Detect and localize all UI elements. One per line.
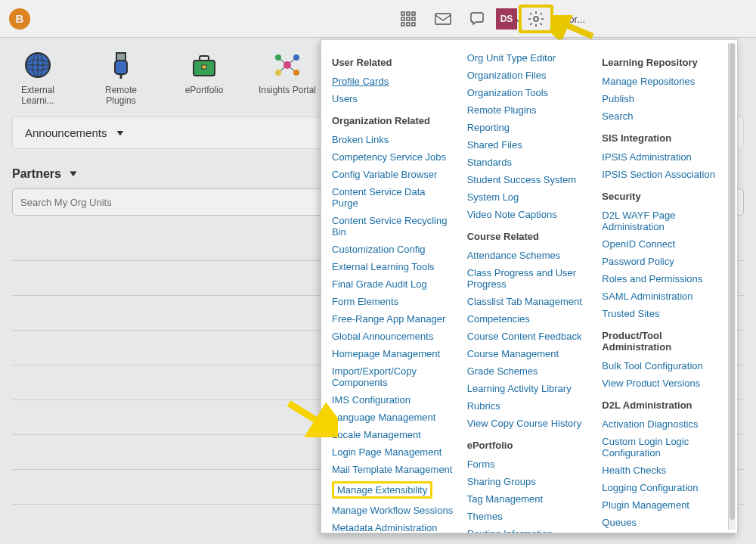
admin-link[interactable]: Global Announcements bbox=[332, 328, 454, 345]
admin-link[interactable]: Video Note Captions bbox=[467, 206, 589, 223]
tool-label: External Learni... bbox=[8, 85, 68, 106]
admin-link[interactable]: Shared Files bbox=[467, 136, 589, 154]
admin-link[interactable]: Final Grade Audit Log bbox=[332, 275, 454, 293]
admin-link[interactable]: Class Progress and User Progress bbox=[467, 264, 589, 293]
admin-link[interactable]: Broken Links bbox=[332, 131, 454, 148]
admin-link[interactable]: Attendance Schemes bbox=[467, 247, 589, 264]
admin-link[interactable]: Recurring Tasks bbox=[602, 531, 723, 533]
admin-link[interactable]: Rubrics bbox=[467, 397, 589, 415]
admin-link[interactable]: Custom Login Logic Configuration bbox=[602, 433, 723, 462]
admin-link[interactable]: Locale Management bbox=[332, 426, 454, 443]
svg-rect-9 bbox=[435, 14, 451, 24]
admin-link[interactable]: Student Success System bbox=[467, 171, 589, 188]
tool-external-learning[interactable]: External Learni... bbox=[8, 50, 68, 106]
apps-icon[interactable] bbox=[399, 10, 417, 28]
admin-link[interactable]: Roles and Permissions bbox=[602, 270, 723, 288]
top-header: B DS D2L Suppor... bbox=[0, 0, 756, 38]
dropdown-column: User RelatedProfile CardsUsersOrganizati… bbox=[332, 49, 454, 524]
admin-link[interactable]: Manage Repositories bbox=[602, 73, 723, 90]
svg-rect-1 bbox=[407, 12, 410, 15]
admin-link[interactable]: Manage Workflow Sessions bbox=[332, 502, 454, 519]
admin-link[interactable]: IMS Configuration bbox=[332, 391, 454, 409]
admin-link[interactable]: External Learning Tools bbox=[332, 258, 454, 275]
dropdown-column: Learning RepositoryManage RepositoriesPu… bbox=[602, 49, 723, 524]
admin-link[interactable]: Bulk Tool Configuration bbox=[602, 357, 723, 375]
admin-link[interactable]: IPSIS Section Association bbox=[602, 166, 723, 183]
admin-link[interactable]: Content Service Data Purge bbox=[332, 183, 454, 212]
group-title: Organization Related bbox=[332, 115, 454, 126]
admin-link[interactable]: Import/Export/Copy Components bbox=[332, 362, 454, 391]
admin-link[interactable]: Mail Template Management bbox=[332, 461, 454, 478]
tool-remote-plugins[interactable]: Remote Plugins bbox=[91, 50, 151, 106]
admin-link[interactable]: Tag Management bbox=[467, 490, 589, 508]
admin-link[interactable]: Forms bbox=[467, 455, 589, 473]
admin-link[interactable]: Language Management bbox=[332, 409, 454, 426]
tool-label: Insights Portal bbox=[257, 85, 318, 95]
admin-link[interactable]: Competencies bbox=[467, 310, 589, 328]
admin-link[interactable]: Classlist Tab Management bbox=[467, 293, 589, 310]
dropdown-column: Org Unit Type EditorOrganization FilesOr… bbox=[467, 49, 589, 524]
admin-link[interactable]: View Copy Course History bbox=[467, 415, 589, 432]
admin-link[interactable]: Sharing Groups bbox=[467, 473, 589, 490]
admin-link[interactable]: Publish bbox=[602, 90, 723, 107]
tool-eportfolio[interactable]: ePortfolio bbox=[174, 50, 234, 106]
admin-link[interactable]: Profile Cards bbox=[332, 73, 454, 90]
admin-link[interactable]: Organization Tools bbox=[467, 84, 589, 101]
admin-link[interactable]: Free-Range App Manager bbox=[332, 310, 454, 328]
svg-rect-0 bbox=[401, 12, 404, 15]
group-title: Course Related bbox=[467, 231, 589, 242]
admin-link[interactable]: Routing Information bbox=[467, 525, 589, 533]
admin-link[interactable]: D2L WAYF Page Administration bbox=[602, 207, 723, 235]
admin-link[interactable]: Users bbox=[332, 90, 454, 107]
admin-link[interactable]: Organization Files bbox=[467, 67, 589, 84]
group-title: D2L Administration bbox=[602, 399, 723, 411]
admin-link[interactable]: Competency Service Jobs bbox=[332, 148, 454, 166]
admin-link[interactable]: IPSIS Administration bbox=[602, 148, 723, 166]
admin-link[interactable]: Health Checks bbox=[602, 462, 723, 479]
svg-rect-5 bbox=[412, 17, 415, 20]
svg-rect-8 bbox=[412, 23, 415, 26]
admin-link[interactable]: Themes bbox=[467, 508, 589, 525]
admin-link[interactable]: Activation Diagnostics bbox=[602, 415, 723, 433]
chat-icon[interactable] bbox=[469, 10, 487, 28]
dropdown-scrollbar[interactable] bbox=[728, 43, 736, 530]
admin-tools-gear-button[interactable] bbox=[519, 5, 553, 33]
admin-link[interactable]: SAML Administration bbox=[602, 288, 723, 305]
admin-link[interactable]: Customization Config bbox=[332, 241, 454, 258]
admin-link[interactable]: Form Elements bbox=[332, 293, 454, 310]
admin-link[interactable]: View Product Versions bbox=[602, 375, 723, 392]
admin-link[interactable]: Standards bbox=[467, 154, 589, 171]
mail-icon[interactable] bbox=[434, 10, 452, 28]
admin-link[interactable]: System Log bbox=[467, 188, 589, 206]
admin-link[interactable]: Org Unit Type Editor bbox=[467, 49, 589, 67]
admin-link[interactable]: Remote Plugins bbox=[467, 101, 589, 119]
group-title: User Related bbox=[332, 57, 454, 68]
admin-link[interactable]: Content Service Recycling Bin bbox=[332, 212, 454, 241]
tool-insights[interactable]: Insights Portal bbox=[257, 50, 318, 106]
admin-link[interactable]: Trusted Sites bbox=[602, 305, 723, 322]
admin-link[interactable]: Login Page Management bbox=[332, 443, 454, 461]
admin-link[interactable]: Course Content Feedback bbox=[467, 328, 589, 345]
admin-link[interactable]: Queues bbox=[602, 514, 723, 531]
admin-link[interactable]: OpenID Connect bbox=[602, 235, 723, 253]
admin-link[interactable]: Learning Activity Library bbox=[467, 380, 589, 397]
admin-link[interactable]: Search bbox=[602, 107, 723, 125]
group-title: ePortfolio bbox=[467, 440, 589, 451]
tool-label: ePortfolio bbox=[174, 85, 234, 95]
admin-link[interactable]: Grade Schemes bbox=[467, 362, 589, 380]
admin-link[interactable]: Config Variable Browser bbox=[332, 166, 454, 183]
admin-link[interactable]: Metadata Administration bbox=[332, 519, 454, 533]
admin-link[interactable]: Logging Configuration bbox=[602, 479, 723, 496]
user-avatar: DS bbox=[496, 8, 517, 30]
admin-link[interactable]: Homepage Management bbox=[332, 345, 454, 362]
brand-logo[interactable]: B bbox=[9, 8, 30, 30]
chevron-down-icon: ▼ bbox=[114, 129, 125, 138]
admin-link[interactable]: Manage Extensibility bbox=[332, 478, 454, 502]
svg-rect-4 bbox=[407, 17, 410, 20]
admin-tools-dropdown: User RelatedProfile CardsUsersOrganizati… bbox=[321, 39, 738, 533]
announcements-label: Announcements bbox=[25, 126, 107, 139]
admin-link[interactable]: Course Management bbox=[467, 345, 589, 362]
admin-link[interactable]: Reporting bbox=[467, 119, 589, 136]
admin-link[interactable]: Password Policy bbox=[602, 253, 723, 270]
admin-link[interactable]: Plugin Management bbox=[602, 496, 723, 514]
